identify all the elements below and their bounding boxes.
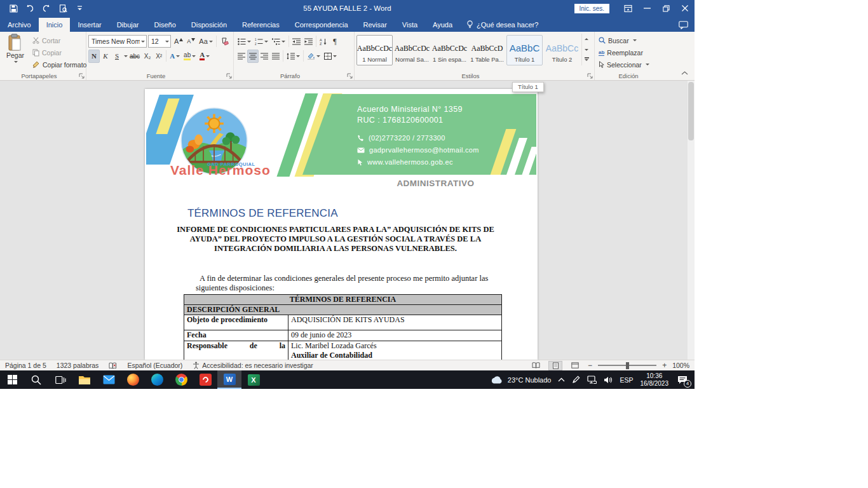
strikethrough-button[interactable]: abc: [128, 50, 142, 63]
table-label-cell[interactable]: Objeto de procedimiento: [184, 315, 288, 330]
numbering-button[interactable]: 12: [253, 35, 270, 48]
tab-diseno[interactable]: Diseño: [147, 18, 184, 32]
align-center-button[interactable]: [247, 50, 259, 63]
web-layout-button[interactable]: [568, 361, 582, 370]
copy-button[interactable]: Copiar: [31, 46, 88, 58]
tell-me-box[interactable]: ¿Qué desea hacer?: [460, 17, 545, 32]
clear-formatting-button[interactable]: [218, 35, 231, 48]
table-title-cell[interactable]: TÉRMINOS DE REFERENCIA: [184, 295, 502, 305]
tab-referencias[interactable]: Referencias: [234, 18, 287, 32]
align-left-button[interactable]: [236, 50, 247, 63]
borders-button[interactable]: [322, 50, 339, 63]
table-label-cell[interactable]: Fecha: [184, 330, 288, 341]
multilevel-list-button[interactable]: [270, 35, 287, 48]
notification-center-button[interactable]: 4: [675, 374, 689, 386]
vertical-scrollbar[interactable]: [688, 81, 695, 360]
zoom-handle[interactable]: [626, 362, 629, 369]
network-icon[interactable]: [587, 376, 597, 384]
style-normal[interactable]: AaBbCcDc 1 Normal: [356, 35, 393, 65]
tab-inicio[interactable]: Inicio: [39, 18, 71, 32]
italic-button[interactable]: K: [100, 50, 111, 63]
document-subject[interactable]: INFORME DE CONDICIONES PARTICULARES PARA…: [171, 225, 500, 254]
font-family-combo[interactable]: Times New Roma: [88, 35, 147, 48]
styles-more-icon[interactable]: [582, 55, 591, 65]
tab-insertar[interactable]: Insertar: [70, 18, 109, 32]
minimize-button[interactable]: [637, 0, 656, 17]
font-dialog-launcher-icon[interactable]: [226, 73, 232, 79]
style-normal-sa[interactable]: AaBbCcDc Normal Sa...: [394, 35, 430, 65]
style-titulo-1[interactable]: AaBbC Título 1: [506, 35, 543, 65]
table-label-cell[interactable]: Responsable de la: [184, 341, 288, 360]
chrome-button[interactable]: [169, 370, 193, 389]
ribbon-display-options-icon[interactable]: [618, 0, 637, 17]
superscript-button[interactable]: X²: [153, 50, 165, 63]
select-button[interactable]: Seleccionar: [597, 58, 660, 71]
word-taskbar-button[interactable]: W: [217, 370, 241, 389]
text-effects-button[interactable]: A: [168, 50, 182, 63]
style-titulo-2[interactable]: AaBbCc Título 2: [544, 35, 580, 65]
bullets-button[interactable]: [236, 35, 253, 48]
tab-vista[interactable]: Vista: [395, 18, 425, 32]
bold-button[interactable]: N: [88, 50, 100, 63]
start-button[interactable]: [0, 370, 24, 389]
paragraph-dialog-launcher-icon[interactable]: [347, 73, 353, 79]
tab-disposicion[interactable]: Disposición: [184, 18, 234, 32]
file-explorer-button[interactable]: [72, 370, 97, 389]
volume-icon[interactable]: [604, 376, 613, 384]
accessibility-status[interactable]: Accesibilidad: es necesario investigar: [193, 362, 313, 369]
replace-button[interactable]: ab Reemplazar: [597, 46, 660, 58]
increase-indent-button[interactable]: [302, 35, 315, 48]
tab-ayuda[interactable]: Ayuda: [425, 18, 460, 32]
tab-archivo[interactable]: Archivo: [0, 18, 39, 32]
feedback-icon[interactable]: [679, 21, 688, 29]
font-size-combo[interactable]: 12: [148, 35, 171, 48]
style-sin-espaciado[interactable]: AaBbCcDc 1 Sin espa...: [431, 35, 468, 65]
tray-expand-icon[interactable]: [558, 377, 565, 382]
firefox-button[interactable]: [121, 370, 145, 389]
shading-button[interactable]: [305, 50, 322, 63]
edge-button[interactable]: [145, 370, 169, 389]
styles-dialog-launcher-icon[interactable]: [587, 73, 593, 79]
task-view-button[interactable]: [48, 370, 72, 389]
tab-correspondencia[interactable]: Correspondencia: [287, 18, 356, 32]
department-label[interactable]: ADMINISTRATIVO: [361, 179, 510, 188]
tab-revisar[interactable]: Revisar: [356, 18, 395, 32]
proofing-icon[interactable]: [109, 362, 117, 369]
mail-button[interactable]: [97, 370, 121, 389]
document-intro[interactable]: A fin de determinar las condiciones gene…: [196, 274, 489, 293]
format-painter-button[interactable]: Copiar formato: [31, 58, 88, 71]
excel-taskbar-button[interactable]: X: [241, 370, 266, 389]
show-marks-button[interactable]: ¶: [329, 35, 341, 48]
decrease-indent-button[interactable]: [290, 35, 302, 48]
shrink-font-button[interactable]: A: [185, 35, 197, 48]
subscript-button[interactable]: X₂: [142, 50, 153, 63]
zoom-slider[interactable]: [598, 362, 656, 369]
letterhead-image[interactable]: GAD PARROQUIAL Valle Hermoso Acuerdo Min…: [146, 93, 536, 177]
document-heading[interactable]: TÉRMINOS DE REFERENCIA: [187, 207, 338, 220]
font-color-button[interactable]: A: [198, 50, 212, 63]
undo-icon[interactable]: [23, 2, 37, 15]
word-count[interactable]: 1323 palabras: [57, 362, 99, 369]
grow-font-button[interactable]: A: [172, 35, 185, 48]
line-spacing-button[interactable]: [285, 50, 302, 63]
page-indicator[interactable]: Página 1 de 5: [5, 362, 46, 369]
table-value-cell[interactable]: 09 de junio de 2023: [288, 330, 502, 341]
change-case-button[interactable]: Aa: [197, 35, 214, 48]
language-indicator[interactable]: Español (Ecuador): [127, 362, 182, 369]
zoom-level[interactable]: 100%: [672, 362, 689, 369]
scrollbar-thumb[interactable]: [688, 82, 694, 140]
underline-button[interactable]: S: [111, 50, 123, 63]
redo-icon[interactable]: [39, 2, 53, 15]
find-button[interactable]: Buscar: [597, 34, 660, 46]
align-right-button[interactable]: [259, 50, 270, 63]
acrobat-button[interactable]: [193, 370, 217, 389]
table-value-cell[interactable]: Lic. Maribel Lozada Garcés Auxiliar de C…: [288, 341, 502, 360]
weather-widget[interactable]: 23°C Nublado: [491, 376, 552, 384]
table-section-cell[interactable]: DESCRIPCIÓN GENERAL: [184, 305, 502, 315]
save-icon[interactable]: [6, 2, 20, 15]
customize-qat-icon[interactable]: [72, 2, 86, 15]
cut-button[interactable]: Cortar: [31, 34, 88, 46]
table-value-cell[interactable]: ADQUISICIÓN DE KITS AYUDAS: [288, 315, 502, 330]
collapse-ribbon-icon[interactable]: [681, 71, 688, 75]
tab-dibujar[interactable]: Dibujar: [109, 18, 147, 32]
